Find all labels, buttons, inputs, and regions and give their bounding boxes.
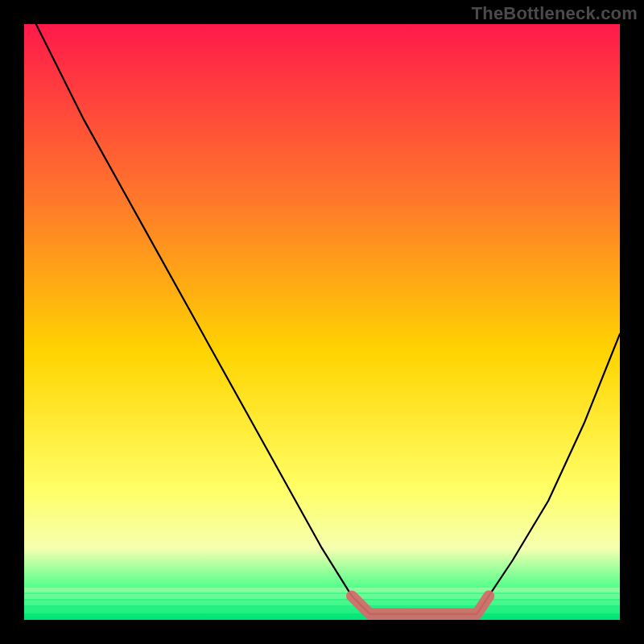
plot-area bbox=[24, 24, 620, 620]
chart-frame: TheBottleneck.com bbox=[0, 0, 644, 644]
watermark-text: TheBottleneck.com bbox=[472, 3, 638, 24]
chart-svg bbox=[24, 24, 620, 620]
svg-rect-3 bbox=[24, 607, 620, 613]
svg-rect-2 bbox=[24, 601, 620, 605]
svg-rect-0 bbox=[24, 588, 620, 592]
svg-rect-4 bbox=[24, 613, 620, 620]
bottom-strata bbox=[24, 588, 620, 620]
svg-rect-1 bbox=[24, 594, 620, 599]
